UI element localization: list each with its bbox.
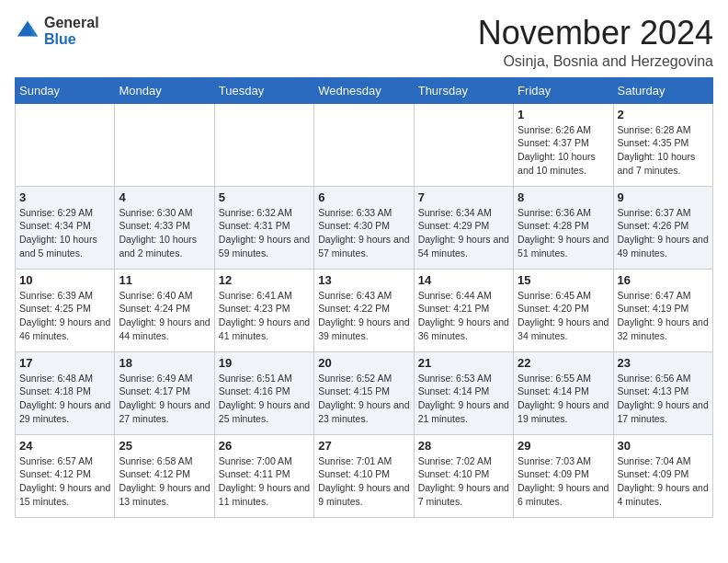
logo-text: General Blue: [44, 15, 99, 47]
day-number: 30: [618, 439, 709, 453]
day-info: Sunrise: 6:44 AM Sunset: 4:21 PM Dayligh…: [418, 289, 509, 343]
day-number: 27: [318, 439, 409, 453]
day-info: Sunrise: 6:39 AM Sunset: 4:25 PM Dayligh…: [19, 289, 110, 343]
day-info: Sunrise: 6:57 AM Sunset: 4:12 PM Dayligh…: [19, 454, 110, 509]
table-row: 1Sunrise: 6:26 AM Sunset: 4:37 PM Daylig…: [514, 103, 613, 186]
day-number: 29: [518, 439, 609, 453]
week-row-1: 1Sunrise: 6:26 AM Sunset: 4:37 PM Daylig…: [16, 103, 713, 186]
day-number: 14: [418, 273, 509, 287]
day-number: 8: [518, 190, 609, 204]
header-monday: Monday: [115, 77, 214, 103]
day-info: Sunrise: 6:51 AM Sunset: 4:16 PM Dayligh…: [219, 372, 310, 426]
table-row: [414, 103, 513, 186]
month-title: November 2024: [478, 15, 713, 52]
day-number: 17: [19, 356, 110, 370]
page-header: General Blue November 2024 Osinja, Bosni…: [15, 15, 713, 70]
header-sunday: Sunday: [16, 77, 115, 103]
table-row: 7Sunrise: 6:34 AM Sunset: 4:29 PM Daylig…: [414, 186, 513, 269]
day-number: 24: [19, 439, 110, 453]
table-row: 19Sunrise: 6:51 AM Sunset: 4:16 PM Dayli…: [214, 351, 313, 434]
location-subtitle: Osinja, Bosnia and Herzegovina: [478, 53, 713, 70]
title-block: November 2024 Osinja, Bosnia and Herzego…: [478, 15, 713, 70]
day-info: Sunrise: 6:37 AM Sunset: 4:26 PM Dayligh…: [618, 206, 709, 260]
weekday-header-row: Sunday Monday Tuesday Wednesday Thursday…: [16, 77, 713, 103]
header-friday: Friday: [514, 77, 613, 103]
table-row: 17Sunrise: 6:48 AM Sunset: 4:18 PM Dayli…: [16, 351, 115, 434]
day-number: 20: [318, 356, 409, 370]
day-number: 12: [219, 273, 310, 287]
day-info: Sunrise: 6:41 AM Sunset: 4:23 PM Dayligh…: [219, 289, 310, 343]
day-number: 5: [219, 190, 310, 204]
week-row-3: 10Sunrise: 6:39 AM Sunset: 4:25 PM Dayli…: [16, 269, 713, 351]
day-info: Sunrise: 6:29 AM Sunset: 4:34 PM Dayligh…: [19, 206, 110, 260]
logo-icon: [15, 18, 40, 44]
day-number: 6: [318, 190, 409, 204]
table-row: 23Sunrise: 6:56 AM Sunset: 4:13 PM Dayli…: [613, 351, 712, 434]
table-row: [16, 103, 115, 186]
day-info: Sunrise: 7:02 AM Sunset: 4:10 PM Dayligh…: [418, 454, 509, 509]
day-info: Sunrise: 6:49 AM Sunset: 4:17 PM Dayligh…: [119, 372, 210, 426]
table-row: 22Sunrise: 6:55 AM Sunset: 4:14 PM Dayli…: [514, 351, 613, 434]
day-number: 25: [119, 439, 210, 453]
table-row: 24Sunrise: 6:57 AM Sunset: 4:12 PM Dayli…: [16, 434, 115, 517]
day-info: Sunrise: 6:48 AM Sunset: 4:18 PM Dayligh…: [19, 372, 110, 426]
day-info: Sunrise: 6:26 AM Sunset: 4:37 PM Dayligh…: [518, 123, 609, 178]
table-row: 2Sunrise: 6:28 AM Sunset: 4:35 PM Daylig…: [613, 103, 712, 186]
day-info: Sunrise: 6:32 AM Sunset: 4:31 PM Dayligh…: [219, 206, 310, 260]
table-row: 18Sunrise: 6:49 AM Sunset: 4:17 PM Dayli…: [115, 351, 214, 434]
day-info: Sunrise: 6:55 AM Sunset: 4:14 PM Dayligh…: [518, 372, 609, 426]
day-number: 3: [19, 190, 110, 204]
day-info: Sunrise: 6:58 AM Sunset: 4:12 PM Dayligh…: [119, 454, 210, 509]
day-number: 7: [418, 190, 509, 204]
table-row: 9Sunrise: 6:37 AM Sunset: 4:26 PM Daylig…: [613, 186, 712, 269]
header-saturday: Saturday: [613, 77, 712, 103]
day-number: 4: [119, 190, 210, 204]
day-info: Sunrise: 6:56 AM Sunset: 4:13 PM Dayligh…: [618, 372, 709, 426]
day-info: Sunrise: 6:34 AM Sunset: 4:29 PM Dayligh…: [418, 206, 509, 260]
logo-blue-text: Blue: [44, 31, 99, 48]
table-row: [115, 103, 214, 186]
day-number: 2: [618, 108, 709, 121]
day-number: 11: [119, 273, 210, 287]
day-number: 21: [418, 356, 509, 370]
day-info: Sunrise: 7:00 AM Sunset: 4:11 PM Dayligh…: [219, 454, 310, 509]
table-row: [314, 103, 414, 186]
table-row: 10Sunrise: 6:39 AM Sunset: 4:25 PM Dayli…: [16, 269, 115, 351]
day-info: Sunrise: 7:01 AM Sunset: 4:10 PM Dayligh…: [318, 454, 409, 509]
table-row: 11Sunrise: 6:40 AM Sunset: 4:24 PM Dayli…: [115, 269, 214, 351]
calendar-table: Sunday Monday Tuesday Wednesday Thursday…: [15, 77, 713, 518]
day-number: 18: [119, 356, 210, 370]
table-row: 16Sunrise: 6:47 AM Sunset: 4:19 PM Dayli…: [613, 269, 712, 351]
table-row: 12Sunrise: 6:41 AM Sunset: 4:23 PM Dayli…: [214, 269, 313, 351]
table-row: 4Sunrise: 6:30 AM Sunset: 4:33 PM Daylig…: [115, 186, 214, 269]
table-row: 21Sunrise: 6:53 AM Sunset: 4:14 PM Dayli…: [414, 351, 513, 434]
day-number: 13: [318, 273, 409, 287]
week-row-2: 3Sunrise: 6:29 AM Sunset: 4:34 PM Daylig…: [16, 186, 713, 269]
table-row: 14Sunrise: 6:44 AM Sunset: 4:21 PM Dayli…: [414, 269, 513, 351]
day-number: 1: [518, 108, 609, 121]
table-row: 26Sunrise: 7:00 AM Sunset: 4:11 PM Dayli…: [214, 434, 313, 517]
day-info: Sunrise: 6:36 AM Sunset: 4:28 PM Dayligh…: [518, 206, 609, 260]
table-row: 13Sunrise: 6:43 AM Sunset: 4:22 PM Dayli…: [314, 269, 414, 351]
table-row: 5Sunrise: 6:32 AM Sunset: 4:31 PM Daylig…: [214, 186, 313, 269]
day-number: 28: [418, 439, 509, 453]
table-row: [214, 103, 313, 186]
table-row: 3Sunrise: 6:29 AM Sunset: 4:34 PM Daylig…: [16, 186, 115, 269]
day-info: Sunrise: 6:45 AM Sunset: 4:20 PM Dayligh…: [518, 289, 609, 343]
header-wednesday: Wednesday: [314, 77, 414, 103]
table-row: 30Sunrise: 7:04 AM Sunset: 4:09 PM Dayli…: [613, 434, 712, 517]
day-info: Sunrise: 6:52 AM Sunset: 4:15 PM Dayligh…: [318, 372, 409, 426]
table-row: 15Sunrise: 6:45 AM Sunset: 4:20 PM Dayli…: [514, 269, 613, 351]
day-info: Sunrise: 6:47 AM Sunset: 4:19 PM Dayligh…: [618, 289, 709, 343]
day-info: Sunrise: 6:30 AM Sunset: 4:33 PM Dayligh…: [119, 206, 210, 260]
day-info: Sunrise: 7:04 AM Sunset: 4:09 PM Dayligh…: [618, 454, 709, 509]
day-info: Sunrise: 6:40 AM Sunset: 4:24 PM Dayligh…: [119, 289, 210, 343]
logo: General Blue: [15, 15, 99, 47]
day-info: Sunrise: 6:33 AM Sunset: 4:30 PM Dayligh…: [318, 206, 409, 260]
day-number: 19: [219, 356, 310, 370]
table-row: 25Sunrise: 6:58 AM Sunset: 4:12 PM Dayli…: [115, 434, 214, 517]
day-info: Sunrise: 7:03 AM Sunset: 4:09 PM Dayligh…: [518, 454, 609, 509]
day-info: Sunrise: 6:43 AM Sunset: 4:22 PM Dayligh…: [318, 289, 409, 343]
day-number: 22: [518, 356, 609, 370]
week-row-5: 24Sunrise: 6:57 AM Sunset: 4:12 PM Dayli…: [16, 434, 713, 517]
